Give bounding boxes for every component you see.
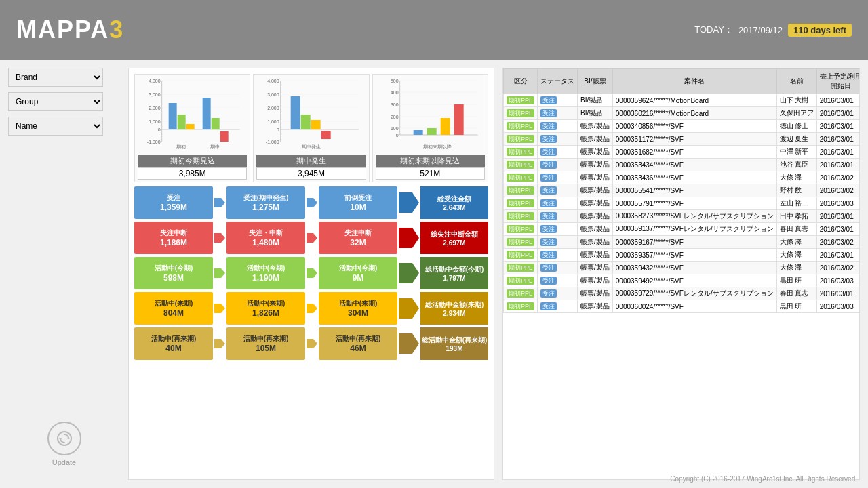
- flow-result-1: 総受注金額 2,643M: [420, 186, 488, 219]
- table-row[interactable]: 期初PPL受注帳票/製品0000351172/*****/SVF渡辺 夏生201…: [504, 133, 861, 146]
- table-row[interactable]: 期初PPL受注帳票/製品0000355791/*****/SVF左山 裕二201…: [504, 197, 861, 210]
- table-cell-8-4: 左山 裕二: [776, 197, 816, 210]
- table-row[interactable]: 期初PPL受注帳票/製品0000359167/*****/SVF大條 澤2016…: [504, 236, 861, 249]
- table-cell-0-0: 期初PPL: [504, 94, 538, 107]
- table-cell-10-0: 期初PPL: [504, 223, 538, 236]
- chart-2-svg: 4,000 3,000 2,000 1,000 0 -1,000 期中発生: [256, 77, 366, 152]
- table-row[interactable]: 期初PPL受注帳票/製品0000359492/*****/SVF黒田 研2016…: [504, 274, 861, 287]
- svg-marker-65: [307, 268, 317, 278]
- table-cell-6-2: 帳票/製品: [578, 171, 613, 184]
- table-cell-1-3: 0000360216/*****/MotionBoard: [612, 107, 776, 120]
- table-cell-10-5: 2016/03/01: [816, 223, 860, 236]
- svg-text:期中: 期中: [210, 144, 220, 149]
- table-cell-3-5: 2016/03/01: [816, 133, 860, 146]
- flow-result-5: 総活動中金額(再来期) 193M: [420, 327, 488, 360]
- table-cell-9-0: 期初PPL: [504, 210, 538, 223]
- table-row[interactable]: 期初PPL受注帳票/製品0000359137/*****/SVFレンタル/サブス…: [504, 223, 861, 236]
- table-cell-7-2: 帳票/製品: [578, 184, 613, 197]
- svg-rect-56: [454, 104, 463, 135]
- svg-text:2,000: 2,000: [149, 106, 161, 110]
- svg-text:期中発生: 期中発生: [302, 144, 321, 149]
- flow-row-5: 活動中(再来期) 40M 活動中(再来期) 105M 活動中(再来期) 46M …: [134, 327, 488, 360]
- table-cell-16-0: 期初PPL: [504, 300, 538, 313]
- svg-marker-69: [399, 298, 419, 319]
- svg-marker-59: [307, 198, 317, 207]
- svg-rect-16: [178, 115, 186, 129]
- arrow-4-1: [214, 302, 225, 315]
- table-cell-14-4: 黒田 研: [776, 274, 816, 287]
- footer: Copyright (C) 2016-2017 WingArc1st Inc. …: [670, 475, 857, 483]
- col-header-name: 名前: [776, 69, 816, 94]
- svg-rect-17: [186, 124, 195, 129]
- table-cell-2-0: 期初PPL: [504, 120, 538, 133]
- chart-3: 500 400 300 200 100 0 期初来期以降 期初来期以降見込 52…: [372, 74, 488, 182]
- table-cell-13-3: 0000359432/*****/SVF: [612, 262, 776, 274]
- table-row[interactable]: 期初PPL受注帳票/製品0000358273/*****/SVFレンタル/サブス…: [504, 210, 861, 223]
- right-panel: 区分 ステータス BI/帳票 案件名 名前 売上予定/利用開始日 期初今期見込 …: [502, 68, 860, 480]
- flow-row-1: 受注 1,359M 受注(期中発生) 1,275M 前倒受注 10M 総受注金額…: [134, 186, 488, 219]
- svg-text:3,000: 3,000: [267, 92, 279, 97]
- svg-rect-15: [169, 103, 177, 129]
- table-cell-14-1: 受注: [538, 274, 578, 287]
- svg-marker-63: [399, 228, 419, 248]
- table-cell-5-5: 2016/03/01: [816, 159, 860, 171]
- table-cell-2-5: 2016/03/01: [816, 120, 860, 133]
- group-filter[interactable]: Group: [8, 92, 120, 111]
- svg-marker-60: [399, 192, 419, 213]
- svg-text:期初来期以降: 期初来期以降: [422, 144, 451, 149]
- brand-filter[interactable]: Brand: [8, 68, 120, 87]
- svg-rect-55: [440, 118, 450, 135]
- table-cell-11-5: 2016/03/02: [816, 236, 860, 249]
- table-cell-5-4: 池谷 真臣: [776, 159, 816, 171]
- table-cell-8-5: 2016/03/03: [816, 197, 860, 210]
- table-cell-3-4: 渡辺 夏生: [776, 133, 816, 146]
- table-cell-7-0: 期初PPL: [504, 184, 538, 197]
- svg-rect-37: [311, 120, 321, 129]
- arrow-1-2: [307, 196, 317, 209]
- table-row[interactable]: 期初PPL受注帳票/製品0000355541/*****/SVF野村 数2016…: [504, 184, 861, 197]
- table-cell-13-4: 大條 澤: [776, 262, 816, 274]
- table-cell-13-5: 2016/03/02: [816, 262, 860, 274]
- name-select[interactable]: Name: [8, 117, 103, 136]
- brand-select[interactable]: Brand: [8, 68, 103, 87]
- update-button[interactable]: Update: [8, 422, 120, 466]
- table-cell-14-0: 期初PPL: [504, 274, 538, 287]
- table-cell-3-0: 期初PPL: [504, 133, 538, 146]
- table-cell-11-3: 0000359167/*****/SVF: [612, 236, 776, 249]
- table-cell-16-2: 帳票/製品: [578, 300, 613, 313]
- table-cell-12-2: 帳票/製品: [578, 249, 613, 262]
- arrow-2-2: [307, 231, 317, 245]
- header: MAPPA3 TODAY： 2017/09/12 110 days left: [0, 0, 868, 60]
- svg-marker-64: [214, 268, 225, 278]
- flow-result-4: 総活動中金額(来期) 2,934M: [420, 292, 488, 325]
- table-cell-5-2: 帳票/製品: [578, 159, 613, 171]
- table-cell-4-1: 受注: [538, 146, 578, 159]
- table-cell-10-1: 受注: [538, 223, 578, 236]
- group-select[interactable]: Group: [8, 92, 103, 111]
- update-icon: [47, 422, 81, 455]
- table-row[interactable]: 期初PPL受注帳票/製品0000360024/*****/SVF黒田 研2016…: [504, 300, 861, 313]
- table-cell-15-3: 0000359729/*****/SVFレンタル/サブスクリプション: [612, 287, 776, 300]
- chart-3-svg: 500 400 300 200 100 0 期初来期以降: [376, 77, 485, 152]
- table-row[interactable]: 期初PPL受注BI/製品0000360216/*****/MotionBoard…: [504, 107, 861, 120]
- table-row[interactable]: 期初PPL受注帳票/製品0000340856/*****/SVF徳山 修士201…: [504, 120, 861, 133]
- table-row[interactable]: 期初PPL受注帳票/製品0000359357/*****/SVF大條 澤2016…: [504, 249, 861, 262]
- table-row[interactable]: 期初PPL受注帳票/製品0000351682/*****/SVF中澤 新平201…: [504, 146, 861, 159]
- table-cell-14-2: 帳票/製品: [578, 274, 613, 287]
- flow-box-3-3: 活動中(今期) 9M: [319, 257, 397, 289]
- table-cell-9-1: 受注: [538, 210, 578, 223]
- arrow-5-1: [214, 337, 225, 350]
- flow-box-2-1: 失注中断 1,186M: [134, 222, 213, 254]
- arrow-1-1: [214, 196, 225, 209]
- table-row[interactable]: 期初PPL受注帳票/製品0000353434/*****/SVF池谷 真臣201…: [504, 159, 861, 171]
- table-cell-0-4: 山下 大樹: [776, 94, 816, 107]
- arrow-result-3: [399, 260, 419, 287]
- table-cell-4-4: 中澤 新平: [776, 146, 816, 159]
- table-row[interactable]: 期初PPL受注BI/製品0000359624/*****/MotionBoard…: [504, 94, 861, 107]
- table-cell-7-1: 受注: [538, 184, 578, 197]
- table-row[interactable]: 期初PPL受注帳票/製品0000359432/*****/SVF大條 澤2016…: [504, 262, 861, 274]
- table-row[interactable]: 期初PPL受注帳票/製品0000353436/*****/SVF大條 澤2016…: [504, 171, 861, 184]
- name-filter[interactable]: Name: [8, 117, 120, 136]
- table-row[interactable]: 期初PPL受注帳票/製品0000359729/*****/SVFレンタル/サブス…: [504, 287, 861, 300]
- table-cell-5-1: 受注: [538, 159, 578, 171]
